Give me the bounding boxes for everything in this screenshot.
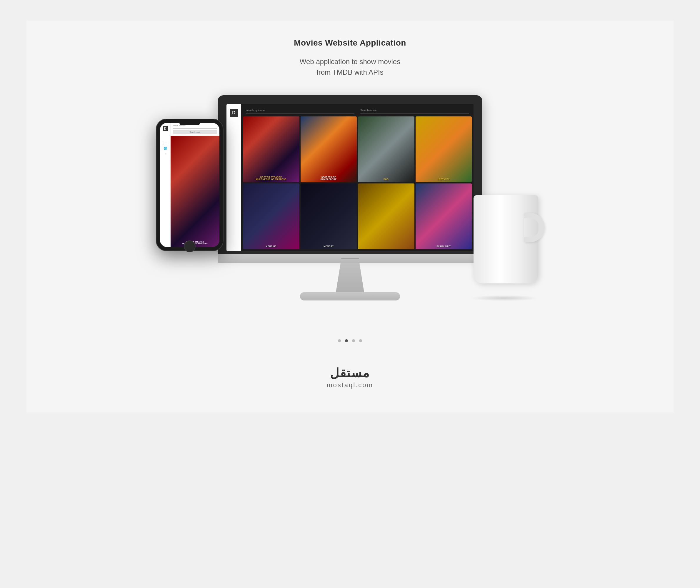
movie-poster-3-label: DOG — [358, 178, 415, 181]
project-description: Web application to show movies from TMDB… — [300, 56, 400, 78]
imac-screen-inner: D search by name Search — [226, 104, 474, 251]
project-title: Movies Website Application — [294, 38, 406, 48]
iphone-mockup: D 🌐 ↑ — [156, 119, 223, 251]
iphone-frame: D 🌐 ↑ — [156, 119, 223, 251]
movie-poster-2-label: SECRETS OFDUMBLEDORE — [300, 176, 357, 181]
app-search-bar: search by name Search movie — [241, 104, 474, 116]
movie-poster-4-label: LOST CITY — [416, 178, 472, 181]
iphone-globe-icon: 🌐 — [163, 147, 167, 150]
iphone-app-sidebar: D 🌐 ↑ — [160, 123, 171, 247]
movie-poster-2[interactable]: SECRETS OFDUMBLEDORE — [300, 116, 357, 182]
imac-mockup: D search by name Search — [218, 95, 482, 300]
iphone-home-button[interactable] — [184, 240, 195, 252]
description-line2: from TMDB with APIs — [316, 68, 384, 76]
movie-poster-7[interactable] — [358, 183, 415, 249]
mug-handle — [524, 213, 545, 242]
search-movie-input[interactable]: Search movie — [360, 107, 469, 113]
iphone-search-by-name[interactable]: search by name — [173, 125, 217, 129]
page-container: Movies Website Application Web applicati… — [0, 0, 700, 588]
pagination-dot-4[interactable] — [359, 339, 362, 342]
app-sidebar: D — [226, 104, 241, 251]
app-sidebar-logo: D — [230, 109, 238, 117]
movie-poster-1[interactable]: DOCTOR STRANGEMULTIVERSE OF MADNESS — [243, 116, 299, 182]
iphone-notch — [179, 123, 200, 125]
footer-logo: مستقل mostaql.com — [327, 366, 373, 389]
pagination-dot-2[interactable] — [345, 339, 348, 342]
white-card: Movies Website Application Web applicati… — [26, 21, 674, 412]
movie-poster-3[interactable]: DOG — [358, 116, 415, 182]
imac-stand-neck — [326, 263, 374, 292]
footer-logo-arabic: مستقل — [327, 366, 373, 380]
footer-logo-latin: mostaql.com — [327, 381, 373, 389]
mug-shadow — [471, 295, 538, 301]
iphone-sidebar-logo: D — [163, 126, 168, 131]
description-line1: Web application to show movies — [300, 58, 400, 66]
pagination-dot-1[interactable] — [338, 339, 341, 342]
iphone-screen: D 🌐 ↑ — [160, 123, 219, 247]
coffee-mug — [465, 189, 547, 301]
imac-screen-frame: D search by name Search — [218, 95, 482, 254]
movie-poster-6-label: MEMORY — [300, 245, 357, 248]
movies-grid: DOCTOR STRANGEMULTIVERSE OF MADNESS SECR… — [241, 116, 474, 251]
iphone-search-movie-button[interactable]: Search movie — [173, 130, 217, 134]
iphone-menu-icon — [163, 142, 167, 144]
iphone-app-main: search by name Search movie DOCTOR STRAN… — [171, 123, 219, 247]
movie-poster-4[interactable]: LOST CITY — [416, 116, 472, 182]
movie-poster-1-label: DOCTOR STRANGEMULTIVERSE OF MADNESS — [243, 176, 299, 181]
app-main: search by name Search movie DOCTO — [241, 104, 474, 251]
iphone-featured-movie: DOCTOR STRANGEMULTIVERSE OF MADNESS — [171, 136, 219, 247]
iphone-share-icon: ↑ — [164, 152, 166, 156]
pagination-dot-3[interactable] — [352, 339, 355, 342]
search-by-name-input[interactable]: search by name — [246, 107, 355, 113]
movie-poster-5-label: MORBIUS — [243, 245, 299, 248]
imac-stand-base — [300, 292, 400, 300]
imac-chin — [218, 254, 482, 263]
devices-wrapper: D 🌐 ↑ — [144, 95, 556, 325]
app-screen: D search by name Search — [226, 104, 474, 251]
movie-poster-8[interactable]: SHARK BAIT — [416, 183, 472, 249]
movie-poster-8-label: SHARK BAIT — [416, 245, 472, 248]
movie-poster-6[interactable]: MEMORY — [300, 183, 357, 249]
movie-poster-5[interactable]: MORBIUS — [243, 183, 299, 249]
pagination-dots — [338, 339, 362, 342]
